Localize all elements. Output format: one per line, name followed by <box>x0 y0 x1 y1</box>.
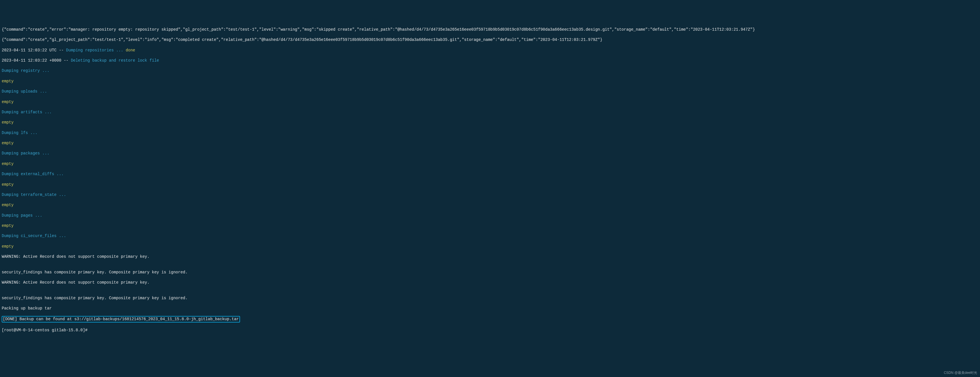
done-backup-highlight: [DONE] Backup can be found at s3://gitla… <box>2 316 978 322</box>
log-json-info: {"command":"create","gl_project_path":"t… <box>2 37 978 42</box>
dump-packages: Dumping packages ... <box>2 151 978 156</box>
log-json-warning: {"command":"create","error":"manager: re… <box>2 27 978 32</box>
status-empty: empty <box>2 99 978 104</box>
dump-ci-secure-files: Dumping ci_secure_files ... <box>2 233 978 238</box>
status-empty: empty <box>2 223 978 228</box>
log-deleting-lock: 2023-04-11 12:03:22 +0000 -- Deleting ba… <box>2 58 978 63</box>
status-empty: empty <box>2 244 978 249</box>
log-dumping-repos: 2023-04-11 12:03:22 UTC -- Dumping repos… <box>2 48 978 53</box>
watermark: CSDN @最美dee时光 <box>944 371 977 375</box>
status-empty: empty <box>2 78 978 84</box>
status-empty: empty <box>2 182 978 187</box>
dump-external-diffs: Dumping external_diffs ... <box>2 171 978 177</box>
shell-prompt[interactable]: [root@VM-0-14-centos gitlab-15.8.0]# <box>2 327 978 333</box>
status-empty: empty <box>2 141 978 145</box>
dump-terraform-state: Dumping terraform_state ... <box>2 192 978 197</box>
terminal-output[interactable]: {"command":"create","error":"manager: re… <box>2 22 978 338</box>
warning-active-record: WARNING: Active Record does not support … <box>2 280 978 285</box>
warning-security-findings: security_findings has composite primary … <box>2 270 978 275</box>
warning-active-record: WARNING: Active Record does not support … <box>2 254 978 259</box>
dump-artifacts: Dumping artifacts ... <box>2 110 978 115</box>
warning-security-findings: security_findings has composite primary … <box>2 296 978 300</box>
status-empty: empty <box>2 120 978 125</box>
dump-pages: Dumping pages ... <box>2 213 978 218</box>
dump-lfs: Dumping lfs ... <box>2 130 978 136</box>
status-empty: empty <box>2 161 978 166</box>
status-empty: empty <box>2 203 978 208</box>
dump-uploads: Dumping uploads ... <box>2 89 978 94</box>
packing-backup-tar: Packing up backup tar <box>2 306 978 311</box>
dump-registry: Dumping registry ... <box>2 68 978 73</box>
